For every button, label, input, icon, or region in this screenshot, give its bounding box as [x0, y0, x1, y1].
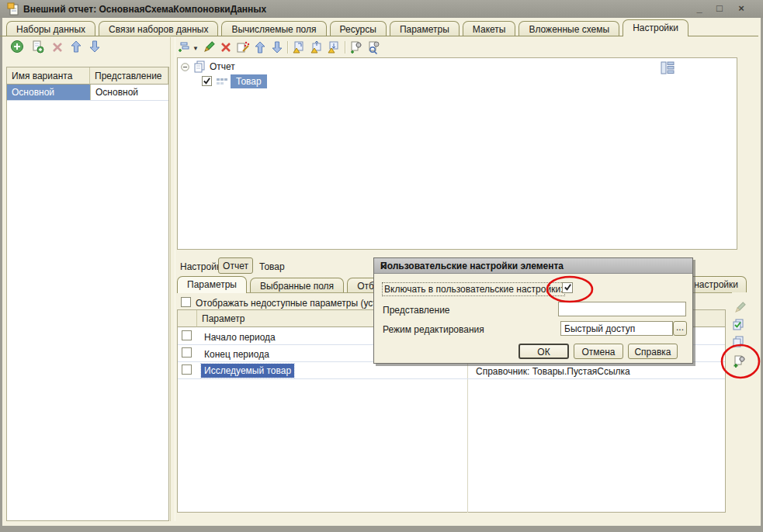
edit-mode-browse-button[interactable]: ...: [673, 321, 687, 336]
edit-mode-field[interactable]: Быстрый доступ: [560, 321, 673, 336]
param-row3-value[interactable]: Справочник: Товары.ПустаяСсылка: [471, 364, 720, 379]
variant-row-name[interactable]: Основной: [7, 85, 90, 100]
help-button[interactable]: Справка: [628, 344, 678, 359]
add-item-dropdown-arrow[interactable]: ▼: [192, 45, 199, 51]
group-field-icon: [217, 78, 227, 87]
column-header-use[interactable]: [178, 310, 197, 327]
representation-input[interactable]: [558, 302, 686, 316]
minimize-button[interactable]: _: [692, 2, 707, 16]
app-window: Внешний отчет: ОсновнаяСхемаКомпоновкиДа…: [0, 0, 763, 532]
edit-mode-label: Режим редактирования: [383, 324, 484, 335]
edit-parameter-button[interactable]: [733, 301, 747, 315]
move-down-button[interactable]: [88, 40, 102, 54]
settings-path-current: Товар: [259, 261, 285, 272]
variant-row-presentation[interactable]: Основной: [90, 85, 168, 100]
ok-button[interactable]: ОК: [518, 344, 569, 359]
load-settings-button[interactable]: [292, 40, 306, 54]
close-button[interactable]: ×: [734, 2, 749, 16]
move-item-down-button[interactable]: [270, 40, 284, 54]
include-in-user-settings-checkbox[interactable]: [562, 282, 573, 293]
wizard-button[interactable]: [236, 40, 250, 54]
param-row3-label[interactable]: Исследуемый товар: [201, 364, 294, 378]
settings-structure-tree: Отчет Товар: [177, 57, 737, 250]
titlebar: Внешний отчет: ОсновнаяСхемаКомпоновкиДа…: [0, 0, 763, 18]
grid-line: [178, 378, 725, 379]
add-variant-button[interactable]: [10, 40, 24, 54]
maximize-button[interactable]: □: [712, 2, 727, 16]
user-setting-item-button[interactable]: [733, 354, 747, 368]
tree-item-label[interactable]: Товар: [231, 74, 267, 88]
tab-settings[interactable]: Настройки: [623, 19, 688, 36]
show-unavailable-checkbox[interactable]: [181, 297, 191, 307]
delete-item-button[interactable]: [219, 40, 233, 54]
param-row2-checkbox[interactable]: [182, 347, 192, 358]
window-title: Внешний отчет: ОсновнаяСхемаКомпоновкиДа…: [23, 4, 266, 15]
tab-templates[interactable]: Макеты: [463, 21, 516, 36]
tab-calculated-fields[interactable]: Вычисляемые поля: [221, 21, 326, 36]
dialog-titlebar: Пользовательские настройки элемента ×: [374, 258, 692, 274]
user-settings-dialog: Пользовательские настройки элемента × Вк…: [373, 257, 693, 364]
user-settings-item-button[interactable]: [349, 40, 363, 54]
move-up-button[interactable]: [69, 40, 83, 54]
tab-datasets[interactable]: Наборы данных: [6, 21, 95, 36]
variants-table: Имя варианта Представление Основной Осно…: [6, 67, 169, 521]
include-in-user-settings-label: Включать в пользовательские настройки:: [382, 282, 565, 296]
param-row1-checkbox[interactable]: [182, 330, 192, 340]
tab-resources[interactable]: Ресурсы: [330, 21, 387, 36]
delete-variant-button[interactable]: [50, 40, 64, 54]
tab-parameters[interactable]: Параметры: [390, 21, 460, 36]
dialog-close-icon[interactable]: ×: [380, 261, 688, 272]
add-item-button[interactable]: [179, 40, 192, 54]
tab-nested-schemas[interactable]: Вложенные схемы: [518, 21, 619, 36]
save-to-file-button[interactable]: [327, 40, 341, 54]
user-settings-view-button[interactable]: [367, 40, 381, 54]
param-row3-checkbox[interactable]: [182, 364, 192, 375]
tab-dataset-links[interactable]: Связи наборов данных: [99, 21, 218, 36]
toolbar-separator: [345, 41, 345, 54]
report-node-icon: [192, 60, 206, 74]
show-unavailable-label[interactable]: Отображать недоступные параметры (устана…: [196, 298, 373, 309]
tree-root-label[interactable]: Отчет: [210, 61, 235, 72]
copy-variant-button[interactable]: [30, 40, 44, 54]
load-from-file-button[interactable]: [310, 40, 324, 54]
grid-line: [7, 100, 168, 101]
main-tabstrip: Наборы данных Связи наборов данных Вычис…: [6, 19, 688, 36]
edit-item-button[interactable]: [202, 40, 216, 54]
copy-settings-button[interactable]: [731, 335, 745, 349]
tree-collapse-icon[interactable]: [181, 63, 189, 71]
tree-item-checkbox[interactable]: [202, 76, 212, 86]
cancel-button[interactable]: Отмена: [574, 344, 623, 359]
column-header-variant-name[interactable]: Имя варианта: [7, 67, 90, 85]
representation-label: Представление: [383, 305, 450, 316]
column-header-presentation[interactable]: Представление: [90, 67, 168, 85]
vertical-splitter[interactable]: [170, 37, 175, 521]
settings-tab-selected-fields[interactable]: Выбранные поля: [250, 278, 344, 293]
report-window-icon: [6, 2, 20, 16]
report-structure-icon[interactable]: [660, 60, 675, 75]
move-item-up-button[interactable]: [253, 40, 267, 54]
toolbar-separator: [287, 41, 288, 54]
settings-path-report-button[interactable]: Отчет: [218, 257, 253, 274]
set-all-checks-button[interactable]: [731, 318, 745, 332]
settings-tab-parameters[interactable]: Параметры: [177, 276, 247, 293]
